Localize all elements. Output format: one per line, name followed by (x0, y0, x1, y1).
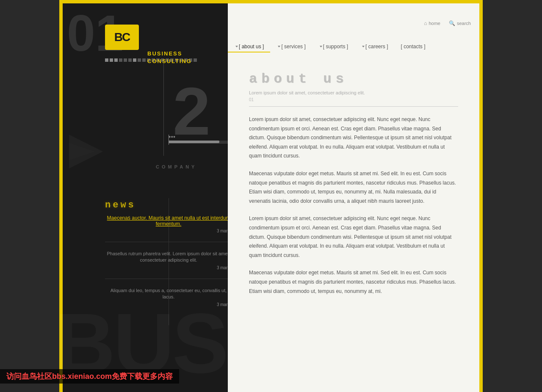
nav-label-supports: [ supports ] (323, 44, 348, 50)
logo-line2: CONSULTING (147, 58, 181, 65)
nav-label-about: [ about us ] (239, 44, 264, 50)
logo-box: BC (105, 25, 139, 50)
about-subtitle: Lorem ipsum dolor sit amet, consectetuer… (249, 90, 458, 95)
nav-label-contacts: [ contacts ] (401, 44, 425, 50)
nav-arrow-supports (320, 46, 322, 47)
search-label: search (457, 21, 471, 26)
news-item-1: Maecenas auctor. Mauris sit amet nulla u… (105, 215, 232, 242)
about-title-container: about us (249, 71, 458, 87)
home-icon: ⌂ (424, 20, 427, 26)
logo-area: BC BUSINESS CONSULTING (105, 25, 139, 50)
dot-cell (124, 58, 127, 62)
top-links: ⌂ home 🔍 search (424, 20, 471, 26)
search-link[interactable]: 🔍 search (449, 20, 471, 26)
dot-cell (142, 58, 146, 62)
dot-cell (194, 58, 197, 62)
home-link[interactable]: ⌂ home (424, 20, 440, 26)
right-content: ⌂ home 🔍 search [ about us ] [ services … (228, 3, 479, 392)
nav-arrow-services (278, 46, 280, 47)
home-label: home (429, 21, 440, 26)
dot-cell (138, 58, 141, 62)
main-wrapper: 01 BC BUSINESS CONSULTING (63, 3, 479, 392)
logo-text-vertical: BUSINESS CONSULTING (147, 50, 181, 65)
nav-header: ⌂ home 🔍 search [ about us ] [ services … (228, 3, 479, 63)
dot-cell (128, 58, 132, 62)
news-link-1[interactable]: Maecenas auctor. Mauris sit amet nulla u… (105, 215, 232, 227)
search-icon: 🔍 (449, 20, 455, 26)
left-sidebar: 01 BC BUSINESS CONSULTING (63, 3, 228, 392)
nav-label-careers: [ careers ] (365, 44, 388, 50)
news-date-2: 3 march (105, 265, 232, 270)
about-para-3: Lorem ipsum dolor sit amet, consectetuer… (249, 214, 458, 260)
vert-tick-line (169, 135, 169, 145)
nav-item-about[interactable]: [ about us ] (228, 41, 270, 52)
nav-arrow-about (235, 46, 238, 47)
logo-line1: BUSINESS (147, 50, 181, 58)
nav-item-careers[interactable]: [ careers ] (354, 41, 394, 52)
yellow-bar-top (59, 0, 483, 3)
about-para-2: Maecenas vulputate dolor eget metus. Mau… (249, 169, 458, 206)
news-title-text: news (105, 200, 136, 210)
yellow-bar-right (479, 0, 483, 392)
about-divider (249, 106, 458, 107)
arrow-deco (69, 122, 120, 183)
news-section-title: news (105, 198, 232, 211)
about-divider-num: 01 (249, 97, 458, 102)
deco-line-vert (163, 63, 164, 156)
nav-label-services: [ services ] (281, 44, 305, 50)
svg-text:2: 2 (173, 75, 210, 143)
news-text-2: Phasellus rutrum pharetra velit. Lorem i… (105, 251, 232, 264)
about-content: about us Lorem ipsum dolor sit amet, con… (236, 63, 471, 392)
main-nav: [ about us ] [ services ] [ supports ] [… (228, 41, 479, 52)
company-label: COMPANY (156, 164, 197, 169)
about-title-pixel: about us (249, 71, 458, 87)
logo-letters: BC (114, 30, 130, 44)
nav-arrow-careers (362, 46, 365, 47)
nav-item-supports[interactable]: [ supports ] (312, 41, 354, 52)
nav-item-services[interactable]: [ services ] (270, 41, 312, 52)
news-date-1: 3 march (105, 229, 232, 233)
watermark-text: 访问血鸟社区bbs.xieniao.com免费下载更多内容 (0, 369, 179, 384)
news-item-2: Phasellus rutrum pharetra velit. Lorem i… (105, 251, 232, 279)
about-para-1: Lorem ipsum dolor sit amet, consectetuer… (249, 115, 458, 161)
about-para-4: Maecenas vulputate dolor eget metus. Mau… (249, 268, 458, 296)
nav-item-contacts[interactable]: [ contacts ] (394, 41, 431, 52)
dot-cell (133, 58, 136, 62)
